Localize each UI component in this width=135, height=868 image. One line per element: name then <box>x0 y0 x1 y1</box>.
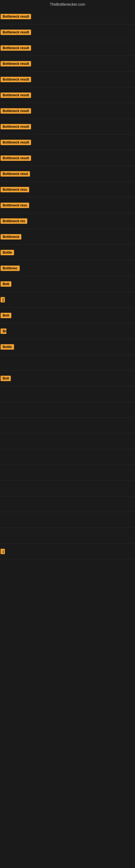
bottleneck-result-badge[interactable]: Bottle <box>1 250 14 255</box>
list-item: | <box>0 544 135 559</box>
bottleneck-result-badge[interactable]: Bottleneck result <box>1 30 31 35</box>
list-item <box>0 496 135 512</box>
bottleneck-result-badge[interactable]: Bottle <box>1 344 14 350</box>
bottleneck-result-badge[interactable]: Bo <box>1 329 6 334</box>
bottleneck-result-badge[interactable]: Bottleneck resul <box>1 171 30 177</box>
list-item <box>0 528 135 544</box>
bottleneck-result-badge[interactable]: Bottleneck result <box>1 140 31 145</box>
bottleneck-result-badge[interactable]: Bottleneck result <box>1 93 31 98</box>
list-item: Bottleneck result <box>0 56 135 72</box>
bottleneck-result-badge[interactable]: Bottleneck result <box>1 61 31 66</box>
list-item: Bottleneck resu <box>0 182 135 197</box>
list-item: Bottleneck result <box>0 72 135 87</box>
list-item <box>0 433 135 449</box>
bottleneck-result-badge[interactable]: Bottleneck <box>1 234 21 240</box>
list-item: Bottleneck result <box>0 119 135 134</box>
list-item <box>0 465 135 480</box>
list-item <box>0 402 135 418</box>
list-item: Bottleneck res <box>0 213 135 229</box>
list-item: Bottleneck resul <box>0 166 135 182</box>
bottleneck-result-badge[interactable]: Bottleneck result <box>1 45 31 51</box>
bottleneck-result-badge[interactable]: Bottleneck resu <box>1 203 29 208</box>
list-item <box>0 480 135 496</box>
bottleneck-result-badge[interactable]: Bottleneck result <box>1 77 31 82</box>
list-item <box>0 386 135 402</box>
list-item: Bottleneck result <box>0 150 135 166</box>
list-item: Bottle <box>0 339 135 355</box>
bottleneck-result-badge[interactable]: Bottleneck result <box>1 155 31 161</box>
list-item: Bott <box>0 276 135 292</box>
bottleneck-result-badge[interactable]: Bottleneck resu <box>1 187 29 192</box>
list-item <box>0 418 135 433</box>
bottleneck-result-badge[interactable]: Bolt <box>1 376 11 381</box>
list-item <box>0 355 135 371</box>
list-item: Bo <box>0 323 135 339</box>
list-item: Bolt <box>0 371 135 386</box>
bottleneck-result-badge[interactable]: Bott <box>1 281 11 287</box>
bottleneck-result-badge[interactable]: Bottleneck res <box>1 218 27 224</box>
list-item: Bottleneck result <box>0 87 135 103</box>
list-item: [ <box>0 292 135 308</box>
bottleneck-result-badge[interactable]: Bottleneck result <box>1 14 31 19</box>
list-item <box>0 449 135 465</box>
list-item: Bott <box>0 308 135 323</box>
bottleneck-result-badge[interactable]: Bottleneck result <box>1 124 31 129</box>
list-item: Bottleneck resu <box>0 197 135 213</box>
list-item: Bottleneck result <box>0 103 135 119</box>
bottleneck-result-badge[interactable]: Bottlenec <box>1 266 20 271</box>
list-item <box>0 512 135 528</box>
list-item: Bottle <box>0 245 135 260</box>
site-title: TheBottlenecker.com <box>0 0 135 9</box>
bottleneck-result-badge[interactable]: | <box>1 549 5 554</box>
list-item: Bottlenec <box>0 260 135 276</box>
list-item: Bottleneck result <box>0 134 135 150</box>
bottleneck-result-badge[interactable]: [ <box>1 297 5 303</box>
bottleneck-result-badge[interactable]: Bottleneck result <box>1 108 31 114</box>
list-item: Bottleneck <box>0 229 135 245</box>
list-item: Bottleneck result <box>0 9 135 24</box>
list-item: Bottleneck result <box>0 24 135 40</box>
list-item: Bottleneck result <box>0 40 135 56</box>
bottleneck-result-badge[interactable]: Bott <box>1 313 11 318</box>
